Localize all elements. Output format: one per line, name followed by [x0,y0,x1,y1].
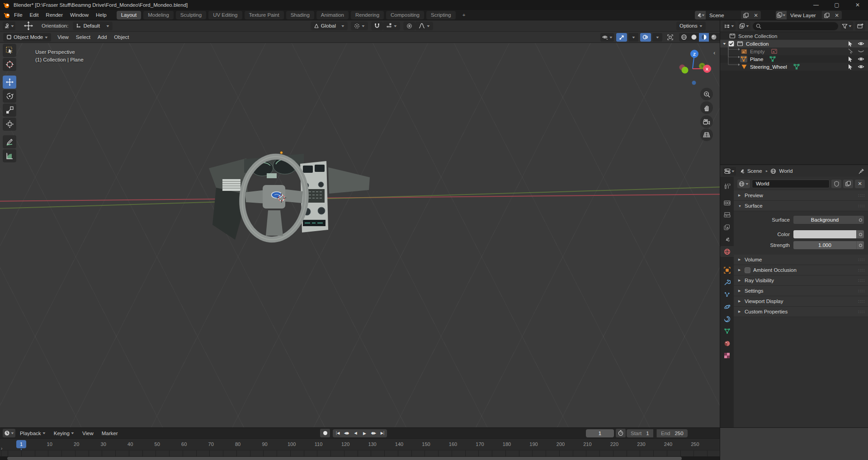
proportional-falloff-dropdown[interactable]: ▼ [415,22,433,30]
drag-handle-icon[interactable]: ∷∷ [858,193,865,198]
panel-custom-properties[interactable]: ▶Custom Properties∷∷ [734,307,868,317]
new-scene-icon[interactable] [741,11,751,19]
outliner-row-empty[interactable]: Empty [720,47,868,55]
snap-toggle[interactable] [371,22,383,30]
visibility-eye-icon[interactable] [858,64,864,69]
plane-label[interactable]: Plane [750,57,763,62]
add-workspace-button[interactable]: + [458,11,470,19]
play-button[interactable]: ▶ [360,429,369,437]
timeline-channel-strip[interactable] [0,450,720,456]
tab-uv-editing[interactable]: UV Editing [208,11,242,19]
panel-preview[interactable]: ▶Preview∷∷ [734,190,868,201]
viewport-menu-item[interactable]: View [54,33,72,42]
tab-rendering[interactable]: Rendering [351,11,384,19]
tab-world[interactable] [720,246,734,257]
current-frame-badge[interactable]: 1 [16,440,26,448]
timeline-scrollbar[interactable] [0,456,720,460]
menu-item[interactable]: File [10,11,26,19]
timeline-ruler[interactable]: 1020304050607080901001101201301401501601… [0,439,720,450]
drag-handle-icon[interactable]: ∷∷ [858,278,865,283]
drag-handle-icon[interactable]: ∷∷ [858,299,865,304]
tab-physics[interactable] [720,301,734,312]
pan-button[interactable] [700,101,713,114]
fake-user-shield-icon[interactable] [831,180,841,188]
measure-tool[interactable] [3,149,16,162]
shading-material-preview-button[interactable] [699,33,709,42]
jump-to-start-button[interactable]: ⏐◀ [333,429,342,437]
rotate-tool[interactable] [3,90,16,103]
options-dropdown[interactable]: Options ▼ [676,22,706,30]
expand-icon[interactable]: ▼ [722,42,727,45]
new-collection-icon[interactable] [855,22,865,30]
show-gizmo-toggle[interactable] [616,33,627,42]
view-layer-selector[interactable]: ▼ View Layer ✕ [776,11,842,19]
timeline-scrollbar-thumb[interactable] [7,457,682,460]
close-button[interactable]: ✕ [847,0,868,10]
tab-texture-paint[interactable]: Texture Paint [245,11,284,19]
gizmo-dropdown[interactable]: ▼ [628,33,638,42]
snap-settings-dropdown[interactable]: ▼ [383,22,400,30]
menu-item[interactable]: Edit [26,11,42,19]
surface-value-dropdown[interactable]: Background [793,216,856,224]
outliner-row-scene-collection[interactable]: Scene Collection [720,32,868,40]
current-frame-field[interactable]: 1 [586,429,614,437]
view-layer-name[interactable]: View Layer [787,11,822,19]
timeline-view-menu[interactable]: View [79,429,97,437]
drag-handle-icon[interactable]: ∷∷ [858,257,865,262]
shading-wireframe-button[interactable] [679,33,689,42]
annotate-tool[interactable] [3,135,16,148]
tab-object-data[interactable] [720,326,734,337]
tab-tool[interactable] [720,180,734,191]
tab-render[interactable] [720,197,734,208]
empty-label[interactable]: Empty [750,49,765,54]
tab-object[interactable] [720,265,734,275]
outliner-editor-icon[interactable]: ▼ [723,22,736,30]
panel-volume[interactable]: ▶Volume∷∷ [734,255,868,265]
mode-dropdown[interactable]: Object Mode ▼ [3,33,51,42]
tab-constraints[interactable] [720,313,734,324]
panel-ambient-occlusion[interactable]: ▶ Ambient Occlusion∷∷ [734,265,868,275]
shading-rendered-button[interactable] [709,33,719,42]
hidden-eye-icon[interactable] [858,49,864,54]
playback-menu[interactable]: Playback ▼ [16,429,49,437]
viewport-menu-item[interactable]: Add [94,33,110,42]
camera-view-button[interactable] [700,115,713,128]
drag-handle-icon[interactable]: ∷∷ [858,204,865,209]
play-reverse-button[interactable]: ◀ [351,429,360,437]
selectable-icon[interactable] [848,56,853,62]
selectable-icon[interactable] [848,41,853,47]
strength-value-field[interactable]: 1.000 [793,241,856,249]
properties-editor-icon[interactable]: ▼ [723,167,736,175]
outliner-row-collection[interactable]: ▼ Collection [720,40,868,47]
move-tool-icon[interactable] [24,21,33,31]
expand-channels-icon[interactable]: › [1,446,2,451]
stopwatch-icon[interactable] [616,429,626,437]
xray-toggle[interactable] [665,33,675,42]
selectable-icon[interactable] [848,48,853,54]
minimize-button[interactable]: — [806,0,826,10]
frame-end-field[interactable]: End250 [656,429,688,437]
overlays-dropdown[interactable]: ▼ [652,33,662,42]
tab-modifiers[interactable] [720,277,734,288]
steering-wheel-label[interactable]: Steering_Wheel [750,64,787,70]
viewport-canvas[interactable]: User Perspective (1) Collection | Plane [0,43,720,427]
viewport-menu-item[interactable]: Select [72,33,94,42]
auto-keying-record-button[interactable] [320,429,330,437]
strength-node-socket[interactable] [856,241,864,249]
outliner-row-plane[interactable]: Plane [720,55,868,63]
tab-scene[interactable] [720,234,734,245]
duplicate-datablock-icon[interactable] [843,180,853,188]
color-swatch[interactable] [793,230,856,238]
world-name-field[interactable]: World [752,180,830,188]
pin-icon[interactable] [859,168,864,174]
drag-handle-icon[interactable]: ∷∷ [858,289,865,294]
viewport-menu-item[interactable]: Object [110,33,132,42]
previous-keyframe-button[interactable]: ◀◆ [342,429,351,437]
proportional-editing-toggle[interactable] [403,22,415,30]
scene-datablock-icon[interactable]: ▼ [695,11,706,19]
surface-node-socket[interactable] [856,216,864,224]
tab-modeling[interactable]: Modeling [143,11,174,19]
marker-menu[interactable]: Marker [98,429,122,437]
remove-view-layer-icon[interactable]: ✕ [832,11,842,19]
menu-item[interactable]: Window [66,11,92,19]
